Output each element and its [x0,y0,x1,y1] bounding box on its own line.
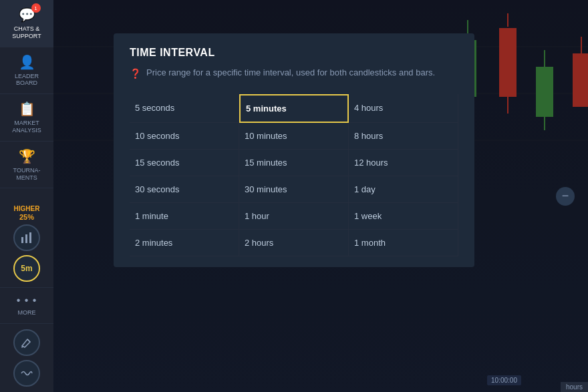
tournaments-icon: 🏆 [19,148,35,164]
leaderboard-icon: 👤 [19,54,35,70]
intervals-grid: 5 seconds5 minutes4 hours10 seconds10 mi… [130,94,458,256]
interval-item-1h[interactable]: 1 hour [239,203,349,230]
time-interval-panel: TIME INTERVAL ❓ Price range for a specif… [114,33,474,267]
chat-badge: 1 [31,3,41,13]
svg-rect-1 [25,234,27,243]
sidebar-item-tournaments[interactable]: 🏆 TOURNA- MENTS [0,142,53,189]
interval-item-1d[interactable]: 1 day [349,176,458,203]
interval-item-4h[interactable]: 4 hours [349,94,458,123]
chat-icon: 💬 1 [19,7,35,23]
svg-rect-0 [21,237,23,243]
sidebar-label-tournaments: TOURNA- MENTS [13,167,41,182]
zoom-minus-button[interactable]: − [556,187,575,206]
drawing-tool-button[interactable] [13,329,40,356]
interval-item-2min[interactable]: 2 minutes [130,230,239,256]
sidebar-item-chats[interactable]: 💬 1 CHATS & SUPPORT [0,0,53,47]
wave-icon [21,367,33,379]
interval-button[interactable]: 5m [13,255,40,282]
sidebar-item-leaderboard[interactable]: 👤 LEADER BOARD [0,47,53,95]
interval-item-15m[interactable]: 15 minutes [239,150,349,176]
interval-item-30s[interactable]: 30 seconds [130,176,239,203]
sidebar-item-market[interactable]: 📋 MARKET ANALYSIS [0,94,53,142]
interval-item-5s[interactable]: 5 seconds [130,94,239,123]
pencil-icon [21,337,33,349]
higher-badge: HIGHER 25% [14,205,40,222]
sidebar-label-chats: CHATS & SUPPORT [12,25,41,40]
svg-rect-2 [29,232,31,243]
sidebar-label-more: MORE [18,309,36,317]
chart-area: TIME INTERVAL ❓ Price range for a specif… [53,0,588,392]
interval-item-8h[interactable]: 8 hours [349,123,458,150]
sidebar-label-leaderboard: LEADER BOARD [15,73,39,87]
interval-item-30m[interactable]: 30 minutes [239,176,349,203]
interval-item-1w[interactable]: 1 week [349,203,458,230]
interval-item-1min[interactable]: 1 minute [130,203,239,230]
hours-label: hours [561,382,588,392]
panel-description: ❓ Price range for a specific time interv… [130,67,458,81]
chart-type-button[interactable] [13,224,40,251]
sidebar-item-more[interactable]: • • • MORE [0,287,53,324]
wave-tool-button[interactable] [13,360,40,387]
sidebar-label-market: MARKET ANALYSIS [12,120,41,134]
interval-item-10s[interactable]: 10 seconds [130,123,239,150]
more-icon: • • • [17,295,37,307]
interval-item-15s[interactable]: 15 seconds [130,150,239,176]
interval-item-12h[interactable]: 12 hours [349,150,458,176]
time-marker: 10:00:00 [487,375,521,385]
bar-chart-icon [21,232,33,244]
market-icon: 📋 [19,101,35,117]
panel-title: TIME INTERVAL [130,47,458,59]
panel-description-text: Price range for a specific time interval… [146,67,435,79]
interval-item-5m[interactable]: 5 minutes [239,94,349,123]
interval-item-10m[interactable]: 10 minutes [239,123,349,150]
interval-item-2h[interactable]: 2 hours [239,230,349,256]
info-icon: ❓ [130,67,141,81]
sidebar: 💬 1 CHATS & SUPPORT 👤 LEADER BOARD 📋 MAR… [0,0,53,392]
interval-item-1mo[interactable]: 1 month [349,230,458,256]
